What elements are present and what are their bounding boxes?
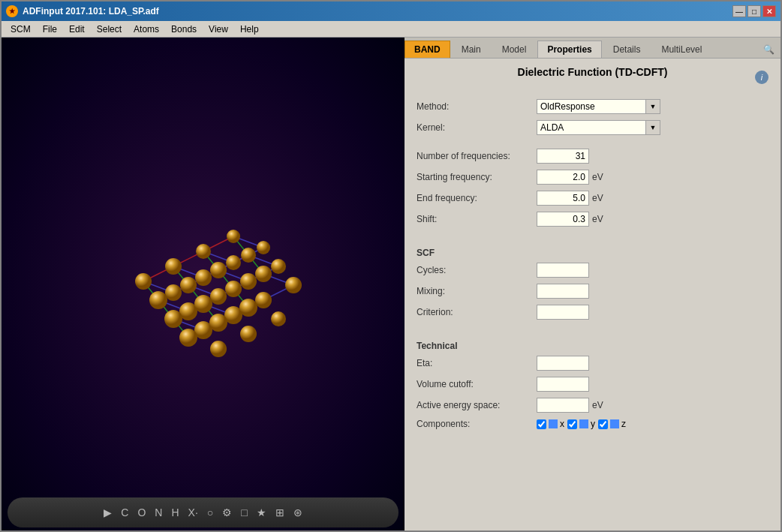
svg-point-43: [257, 241, 270, 254]
kernel-row: Kernel: ▼: [417, 120, 768, 135]
component-y-checkbox[interactable]: [567, 419, 577, 429]
component-y-item: y: [567, 419, 595, 429]
title-buttons: — □ ✕: [732, 5, 776, 17]
menu-file[interactable]: File: [37, 23, 63, 36]
title-bar-left: ★ ADFinput 2017.101: LDA_SP.adf: [6, 5, 159, 17]
end-freq-label: End frequency:: [417, 193, 537, 203]
svg-point-62: [194, 295, 212, 313]
mixing-row: Mixing:: [417, 284, 768, 299]
end-freq-row: End frequency: eV: [417, 191, 768, 206]
molecule-display: [98, 161, 308, 371]
shift-unit: eV: [592, 214, 603, 224]
volume-cutoff-input[interactable]: [537, 377, 589, 392]
component-x-item: x: [537, 419, 564, 429]
tab-band[interactable]: BAND: [405, 41, 450, 58]
num-freq-row: Number of frequencies:: [417, 149, 768, 164]
vp-n-btn[interactable]: N: [155, 506, 162, 518]
method-dropdown-btn[interactable]: ▼: [645, 99, 660, 114]
svg-point-46: [241, 248, 256, 263]
menu-edit[interactable]: Edit: [63, 23, 91, 36]
svg-point-60: [149, 291, 167, 309]
svg-point-56: [180, 277, 197, 293]
start-freq-input[interactable]: [537, 170, 589, 185]
info-button[interactable]: i: [755, 71, 768, 84]
components-checkboxes: x y z: [537, 419, 626, 429]
active-energy-label: Active energy space:: [417, 400, 537, 410]
cycles-label: Cycles:: [417, 265, 537, 275]
maximize-button[interactable]: □: [747, 5, 761, 17]
vp-grid-btn[interactable]: ⊞: [275, 506, 284, 518]
close-button[interactable]: ✕: [762, 5, 776, 17]
component-z-item: z: [598, 419, 626, 429]
vp-play-btn[interactable]: ▶: [104, 506, 112, 518]
vp-gear-btn[interactable]: ⚙: [222, 506, 232, 518]
menu-help[interactable]: Help: [234, 23, 265, 36]
tab-details[interactable]: Details: [603, 41, 651, 58]
component-z-checkbox[interactable]: [598, 419, 608, 429]
search-icon[interactable]: 🔍: [757, 41, 780, 58]
scf-header: SCF: [417, 248, 768, 258]
svg-point-70: [179, 329, 197, 347]
num-freq-label: Number of frequencies:: [417, 151, 537, 161]
criterion-label: Criterion:: [417, 307, 537, 317]
eta-label: Eta:: [417, 358, 537, 368]
menu-atoms[interactable]: Atoms: [128, 23, 165, 36]
menu-select[interactable]: Select: [91, 23, 128, 36]
main-content: ▶ C O N H X· ○ ⚙ □ ★ ⊞ ⊛ BAND Main Model…: [2, 38, 780, 530]
tab-properties[interactable]: Properties: [537, 41, 601, 58]
svg-point-42: [227, 230, 240, 243]
title-bar: ★ ADFinput 2017.101: LDA_SP.adf — □ ✕: [2, 2, 780, 21]
svg-point-66: [164, 310, 182, 328]
component-x-checkbox[interactable]: [537, 419, 546, 429]
panel-content: Dielectric Function (TD-CDFT) i Method: …: [405, 59, 780, 530]
tab-model[interactable]: Model: [492, 41, 537, 58]
svg-point-57: [210, 288, 227, 305]
vp-c-btn[interactable]: C: [121, 506, 128, 518]
svg-point-69: [240, 326, 257, 342]
svg-point-64: [239, 299, 257, 317]
eta-input[interactable]: [537, 356, 589, 371]
vp-star-btn[interactable]: ★: [257, 506, 266, 518]
shift-input[interactable]: [537, 212, 589, 227]
menu-view[interactable]: View: [203, 23, 234, 36]
viewport-toolbar: ▶ C O N H X· ○ ⚙ □ ★ ⊞ ⊛: [8, 497, 399, 527]
volume-cutoff-label: Volume cutoff:: [417, 379, 537, 389]
svg-point-59: [255, 292, 272, 308]
vp-o-btn[interactable]: O: [137, 506, 146, 518]
viewport-3d[interactable]: [2, 38, 405, 494]
end-freq-input[interactable]: [537, 191, 589, 206]
vp-square-btn[interactable]: □: [241, 506, 247, 518]
vp-h-btn[interactable]: H: [171, 506, 179, 518]
method-dropdown: ▼: [537, 99, 660, 114]
svg-point-47: [271, 259, 286, 274]
vp-circle-btn[interactable]: ○: [207, 506, 213, 518]
active-energy-row: Active energy space: eV: [417, 398, 768, 413]
component-y-label: y: [591, 419, 595, 429]
tab-main[interactable]: Main: [452, 41, 491, 58]
criterion-input[interactable]: [537, 305, 589, 320]
cycles-input[interactable]: [537, 263, 589, 278]
vp-dots-btn[interactable]: ⊛: [293, 506, 302, 518]
main-window: ★ ADFinput 2017.101: LDA_SP.adf — □ ✕ SC…: [0, 0, 782, 532]
active-energy-input[interactable]: [537, 398, 589, 413]
technical-header: Technical: [417, 341, 768, 351]
start-freq-label: Starting frequency:: [417, 172, 537, 182]
viewport: ▶ C O N H X· ○ ⚙ □ ★ ⊞ ⊛: [2, 38, 405, 530]
cycles-row: Cycles:: [417, 263, 768, 278]
tab-multilevel[interactable]: MultiLevel: [651, 41, 711, 58]
vp-x-btn[interactable]: X·: [188, 506, 198, 518]
svg-point-53: [285, 277, 302, 293]
panel-title: Dielectric Function (TD-CDFT): [504, 66, 681, 78]
kernel-input[interactable]: [537, 120, 645, 135]
svg-point-45: [226, 255, 241, 270]
minimize-button[interactable]: —: [732, 5, 746, 17]
kernel-dropdown-btn[interactable]: ▼: [645, 120, 660, 135]
mixing-input[interactable]: [537, 284, 589, 299]
components-label: Components:: [417, 419, 537, 429]
num-freq-input[interactable]: [537, 149, 589, 164]
menu-scm[interactable]: SCM: [5, 23, 37, 36]
component-z-label: z: [621, 419, 626, 429]
menu-bonds[interactable]: Bonds: [165, 23, 203, 36]
svg-point-48: [165, 258, 182, 275]
method-input[interactable]: [537, 99, 645, 114]
